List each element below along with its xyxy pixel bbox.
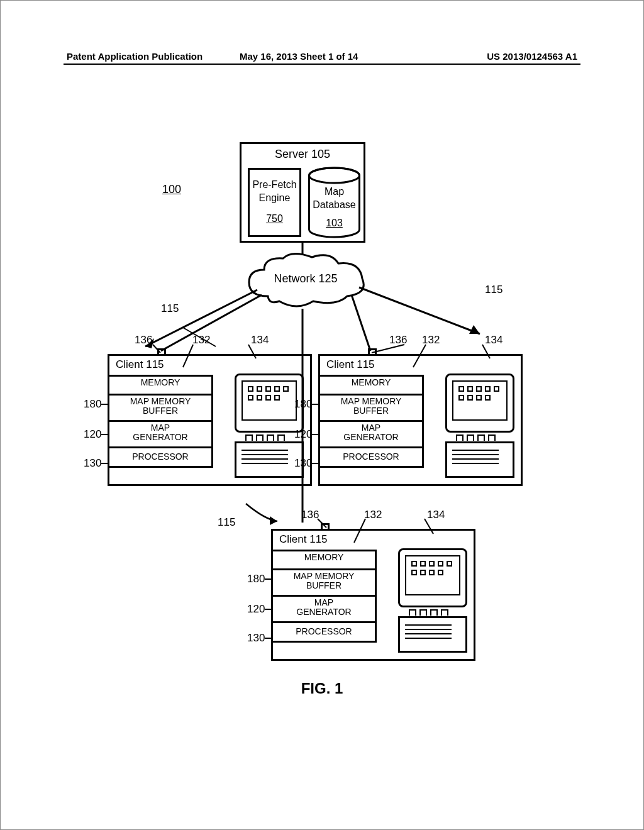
ref-180-c1: 180	[84, 398, 101, 411]
memory-stack-3: MEMORY MAP MEMORY BUFFER MAP GENERATOR P…	[271, 550, 377, 643]
ref-120-c3: 120	[247, 603, 265, 616]
ref-120-c1: 120	[84, 428, 101, 441]
device-box-icon	[445, 441, 514, 478]
client-ref-right: 115	[485, 284, 502, 296]
antenna-icon	[368, 348, 377, 355]
ref-180-c3: 180	[247, 573, 265, 585]
device-box-icon	[235, 441, 304, 478]
prefetch-engine-box: Pre-Fetch Engine 750	[248, 168, 301, 237]
map-memory-buffer-row: MAP MEMORY BUFFER	[271, 568, 377, 595]
ref-130-c2: 130	[294, 457, 312, 470]
phone-screen	[405, 555, 460, 595]
header-rule	[64, 64, 580, 65]
memory-row: MEMORY	[318, 375, 424, 394]
ref-180-c2: 180	[294, 398, 312, 411]
antenna-icon	[321, 523, 330, 529]
map-mem-l2: BUFFER	[320, 406, 422, 416]
map-mem-l2: BUFFER	[109, 406, 211, 416]
map-memory-buffer-row: MAP MEMORY BUFFER	[318, 394, 424, 420]
map-memory-buffer-row: MAP MEMORY BUFFER	[108, 394, 213, 420]
client-box-3: Client 115 MEMORY MAP MEMORY BUFFER MAP …	[271, 529, 475, 661]
side-leaders-c1	[100, 401, 109, 470]
client-title-2: Client 115	[326, 358, 375, 371]
ref-130-c3: 130	[247, 632, 265, 645]
client-box-1: Client 115 MEMORY MAP MEMORY BUFFER MAP …	[108, 354, 312, 486]
memory-row: MEMORY	[108, 375, 213, 394]
ref-130-c1: 130	[84, 457, 101, 470]
client-box-2: Client 115 MEMORY MAP MEMORY BUFFER MAP …	[318, 354, 523, 486]
map-mem-l2: BUFFER	[273, 581, 375, 590]
processor-row: PROCESSOR	[271, 621, 377, 643]
map-gen-l2: GENERATOR	[109, 433, 211, 442]
phone-icon	[398, 548, 467, 607]
svg-marker-9	[270, 516, 277, 525]
phone-icon	[235, 374, 304, 433]
header-left: Patent Application Publication	[67, 51, 203, 62]
svg-line-6	[359, 287, 480, 334]
header-right: US 2013/0124563 A1	[487, 51, 577, 62]
svg-line-11	[352, 295, 370, 351]
db-ref: 103	[308, 217, 361, 230]
memory-stack-1: MEMORY MAP MEMORY BUFFER MAP GENERATOR P…	[108, 375, 213, 468]
prefetch-ref: 750	[250, 213, 299, 226]
figure-caption: FIG. 1	[1, 680, 643, 697]
device-box-icon	[398, 616, 467, 653]
db-l2: Database	[308, 199, 361, 212]
side-leaders-c2	[311, 401, 319, 470]
map-mem-l1: MAP MEMORY	[273, 572, 375, 581]
client-ref-left: 115	[161, 302, 179, 315]
memory-stack-2: MEMORY MAP MEMORY BUFFER MAP GENERATOR P…	[318, 375, 424, 468]
ref-120-c2: 120	[294, 428, 312, 441]
phone-screen	[242, 380, 297, 421]
client-ref-bottom: 115	[218, 516, 235, 529]
side-leaders-c3	[264, 575, 272, 645]
map-generator-row: MAP GENERATOR	[108, 420, 213, 446]
map-mem-l1: MAP MEMORY	[109, 397, 211, 406]
processor-row: PROCESSOR	[108, 446, 213, 468]
map-gen-l1: MAP	[273, 598, 375, 607]
antenna-icon	[157, 348, 166, 355]
map-gen-l1: MAP	[109, 423, 211, 433]
map-generator-row: MAP GENERATOR	[271, 595, 377, 621]
client-title-3: Client 115	[279, 533, 328, 546]
prefetch-l1: Pre-Fetch	[250, 179, 299, 192]
map-gen-l2: GENERATOR	[273, 607, 375, 617]
header-middle: May 16, 2013 Sheet 1 of 14	[240, 51, 358, 62]
system-ref: 100	[162, 183, 181, 196]
prefetch-l2: Engine	[250, 192, 299, 205]
client-title-1: Client 115	[116, 358, 164, 371]
phone-icon	[445, 374, 514, 433]
map-mem-l1: MAP MEMORY	[320, 397, 422, 406]
map-gen-l1: MAP	[320, 423, 422, 433]
processor-row: PROCESSOR	[318, 446, 424, 468]
server-box: Server 105 Pre-Fetch Engine 750 Map Data…	[240, 142, 365, 243]
map-generator-row: MAP GENERATOR	[318, 420, 424, 446]
db-l1: Map	[308, 185, 361, 199]
page: Patent Application Publication May 16, 2…	[0, 0, 644, 830]
memory-row: MEMORY	[271, 550, 377, 568]
map-gen-l2: GENERATOR	[320, 433, 422, 442]
phone-screen	[452, 380, 508, 421]
server-title: Server 105	[242, 148, 364, 161]
map-database-cylinder: Map Database 103	[308, 168, 361, 237]
